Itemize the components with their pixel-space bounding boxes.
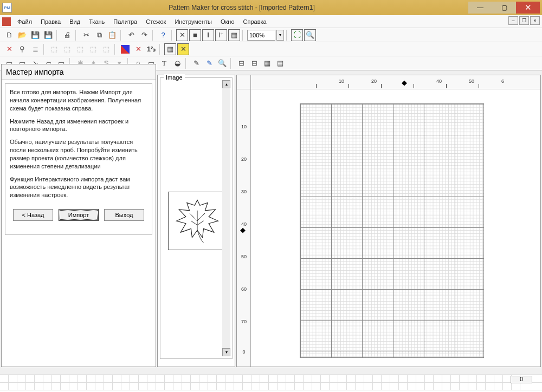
- vertical-ruler-wrap: ◆ 10 20 30 40 50 60 70 0: [237, 75, 251, 367]
- menu-palette[interactable]: Палитра: [109, 17, 141, 27]
- v-origin-marker-icon: ◆: [240, 226, 246, 234]
- mdi-minimize-button[interactable]: –: [508, 16, 518, 25]
- menu-help[interactable]: Справка: [239, 17, 271, 27]
- vertical-ruler[interactable]: ◆ 10 20 30 40 50 60 70 0: [237, 89, 251, 367]
- mdi-restore-button[interactable]: ❐: [519, 16, 529, 25]
- palette-row[interactable]: [0, 383, 542, 390]
- menu-view[interactable]: Вид: [65, 17, 85, 27]
- toolbar-standard: 🗋 📂 💾 💾 🖨 ✂ ⧉ 📋 ↶ ↷ ? ✕ ■ I I⁺ ▦ 100% ▾ …: [0, 28, 542, 42]
- print-button[interactable]: 🖨: [61, 29, 73, 41]
- color-stitch-button[interactable]: ✕: [132, 43, 144, 55]
- menu-tools[interactable]: Инструменты: [170, 17, 216, 27]
- import-button[interactable]: Импорт: [59, 209, 99, 221]
- vruler-tick: 0: [237, 349, 251, 355]
- pattern-grid[interactable]: [300, 103, 484, 358]
- stitch-x-button[interactable]: ✕: [176, 29, 188, 41]
- hruler-tick: 50: [469, 79, 474, 84]
- exit-button[interactable]: Выход: [104, 209, 144, 221]
- saveall-button[interactable]: 💾: [42, 29, 54, 41]
- horizontal-ruler[interactable]: ◆ 10 20 40 50 6: [251, 75, 540, 89]
- menu-file[interactable]: Файл: [13, 17, 36, 27]
- save-button[interactable]: 💾: [29, 29, 41, 41]
- window-buttons: — ▢ ✕: [468, 2, 540, 14]
- scroll-up-icon[interactable]: ▴: [222, 80, 230, 88]
- menu-fabric[interactable]: Ткань: [85, 17, 109, 27]
- vruler-tick: 70: [237, 319, 251, 324]
- grid-button[interactable]: ▦: [164, 43, 176, 55]
- fit-button[interactable]: ⛶: [291, 29, 303, 41]
- color-fg-button[interactable]: [119, 43, 131, 55]
- image-group-label: Image: [164, 74, 185, 81]
- stitch-grid-button[interactable]: ▦: [228, 29, 240, 41]
- image-panel: Image ▴ ▾: [157, 75, 235, 367]
- wizard-buttons: < Назад Импорт Выход: [10, 209, 147, 221]
- mdi-close-button[interactable]: ×: [530, 16, 540, 25]
- layers-button[interactable]: ≣: [29, 43, 41, 55]
- link-button[interactable]: ⚲: [16, 43, 28, 55]
- vruler-tick: 50: [237, 254, 251, 259]
- canvas-viewport[interactable]: [251, 89, 540, 367]
- document-icon: [2, 17, 11, 26]
- undo-button[interactable]: ↶: [125, 29, 137, 41]
- palette-count: 0: [511, 376, 532, 383]
- ruler-corner: [237, 75, 251, 89]
- palette-row[interactable]: [0, 375, 542, 383]
- open-button[interactable]: 📂: [16, 29, 28, 41]
- titlebar: PM Pattern Maker for cross stitch - [Imp…: [0, 0, 542, 15]
- tool-a-button[interactable]: ⬚: [48, 43, 60, 55]
- menu-stitch[interactable]: Стежок: [141, 17, 170, 27]
- menu-window[interactable]: Окно: [216, 17, 239, 27]
- delete-button[interactable]: ✕: [3, 43, 15, 55]
- highlight-button[interactable]: ✕: [177, 43, 189, 55]
- hruler-tick: 10: [339, 79, 344, 84]
- cut-button[interactable]: ✂: [80, 29, 92, 41]
- wizard-text-4: Функция Интерактивного импорта даст вам …: [10, 175, 147, 200]
- maximize-button[interactable]: ▢: [492, 2, 516, 14]
- close-button[interactable]: ✕: [516, 2, 540, 14]
- image-groupbox: Image ▴ ▾: [160, 77, 233, 359]
- menu-edit[interactable]: Правка: [36, 17, 65, 27]
- hruler-tick: 20: [371, 79, 377, 84]
- tool-d-button[interactable]: ⬚: [87, 43, 99, 55]
- vruler-tick: 20: [237, 156, 251, 162]
- wizard-text-3: Обычно, наилучшие результаты получаются …: [10, 138, 147, 170]
- redo-button[interactable]: ↷: [138, 29, 150, 41]
- preview-scrollbar[interactable]: ▴ ▾: [222, 80, 230, 356]
- new-button[interactable]: 🗋: [3, 29, 15, 41]
- stitch-info-button[interactable]: I: [202, 29, 214, 41]
- canvas-area: ◆ 10 20 30 40 50 60 70 0 ◆ 10 20 40 50 6: [236, 75, 541, 367]
- stitch-info2-button[interactable]: I⁺: [215, 29, 227, 41]
- mdi-buttons: – ❐ ×: [508, 16, 540, 25]
- vruler-tick: 60: [237, 286, 251, 292]
- vruler-tick: 40: [237, 221, 251, 227]
- help-button[interactable]: ?: [157, 29, 169, 41]
- tool-b-button[interactable]: ⬚: [61, 43, 73, 55]
- toolbar-edit: ✕ ⚲ ≣ ⬚ ⬚ ⬚ ⬚ ⬚ ✕ 1²₃ ▦ ✕: [0, 42, 542, 56]
- h-origin-marker-icon: ◆: [402, 79, 407, 87]
- wizard-panel: Мастер импорта Все готово для импорта. Н…: [1, 64, 156, 367]
- palette-strip: 0: [0, 375, 542, 392]
- hruler-tick: 40: [436, 79, 442, 84]
- tool-e-button[interactable]: ⬚: [100, 43, 112, 55]
- image-preview: [168, 192, 227, 250]
- count-button[interactable]: 1²₃: [145, 43, 157, 55]
- vruler-tick: 30: [237, 189, 251, 194]
- hruler-tick: 6: [501, 79, 504, 84]
- copy-button[interactable]: ⧉: [93, 29, 105, 41]
- zoom-dropdown[interactable]: ▾: [276, 30, 284, 41]
- wizard-content: Все готово для импорта. Нажми Импорт для…: [5, 83, 152, 235]
- zoom-select-button[interactable]: 🔍: [304, 29, 316, 41]
- leaf-icon: [171, 195, 223, 247]
- menubar: Файл Правка Вид Ткань Палитра Стежок Инс…: [0, 15, 542, 28]
- window-title: Pattern Maker for cross stitch - [Import…: [15, 4, 468, 11]
- paste-button[interactable]: 📋: [106, 29, 118, 41]
- vruler-tick: 10: [237, 124, 251, 129]
- app-icon: PM: [2, 3, 12, 12]
- back-button[interactable]: < Назад: [13, 209, 53, 221]
- scroll-down-icon[interactable]: ▾: [222, 348, 230, 356]
- stitch-block-button[interactable]: ■: [189, 29, 201, 41]
- minimize-button[interactable]: —: [468, 2, 492, 14]
- tool-c-button[interactable]: ⬚: [74, 43, 86, 55]
- zoom-input[interactable]: 100%: [247, 30, 275, 41]
- wizard-title: Мастер импорта: [2, 64, 156, 80]
